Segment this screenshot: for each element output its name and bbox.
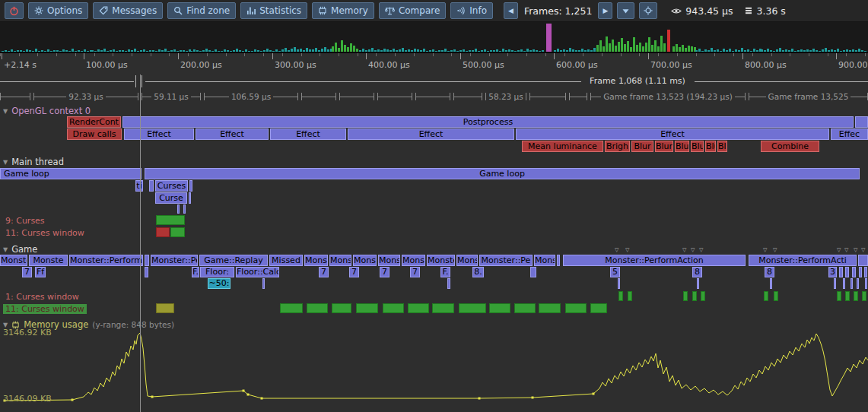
zone-bar[interactable]: Monst bbox=[402, 255, 425, 266]
frame-set-segment[interactable] bbox=[301, 90, 336, 103]
zone-bar[interactable]: 8 bbox=[765, 267, 774, 277]
zone-bar[interactable]: Monster::PerformA bbox=[69, 255, 143, 266]
zone-bar[interactable]: 7 bbox=[319, 267, 329, 277]
timeline-view[interactable]: Frame 1,068 (1.11 ms) ▼ OpenGL context 0… bbox=[0, 0, 868, 412]
zone-bar[interactable]: Blur bbox=[655, 141, 673, 152]
zone-bar[interactable]: Monste bbox=[427, 255, 455, 266]
zone-bar[interactable]: Effect bbox=[270, 128, 346, 140]
info-button[interactable]: Info bbox=[450, 2, 493, 19]
collapsed-marker-icon[interactable]: ▽ bbox=[691, 247, 695, 253]
zone-bar[interactable] bbox=[855, 116, 868, 128]
zoom-to-range-button[interactable] bbox=[639, 2, 657, 19]
zone-bar[interactable]: Blur bbox=[717, 141, 727, 152]
zone-bar[interactable]: 8 bbox=[692, 267, 702, 277]
zone-bar[interactable] bbox=[447, 278, 450, 289]
frame-set-segment[interactable] bbox=[569, 90, 587, 103]
zone-bar[interactable] bbox=[843, 278, 845, 289]
collapsed-marker-icon[interactable]: ▽ bbox=[861, 247, 865, 253]
frame-set-segment[interactable]: 59.11 μs bbox=[141, 90, 201, 103]
zone-bar[interactable]: Monste bbox=[29, 255, 68, 266]
zone-bar[interactable]: Game::Replay bbox=[199, 255, 268, 266]
zone-bar[interactable]: Draw calls bbox=[67, 128, 122, 140]
zone-bar[interactable] bbox=[145, 255, 149, 266]
zone-bar[interactable]: ~50: bbox=[208, 278, 231, 289]
zone-bar[interactable]: Monster::Pe bbox=[479, 255, 533, 266]
zone-bar[interactable] bbox=[145, 267, 148, 277]
zone-bar[interactable] bbox=[864, 267, 867, 277]
zone-bar[interactable]: Postprocess bbox=[122, 116, 854, 128]
zone-bar[interactable]: 7 bbox=[22, 267, 32, 277]
zone-bar[interactable]: Monst bbox=[329, 255, 351, 266]
options-button[interactable]: Options bbox=[28, 2, 88, 19]
zone-bar[interactable] bbox=[177, 204, 180, 214]
collapsed-marker-icon[interactable]: ▽ bbox=[763, 247, 767, 253]
zone-bar[interactable] bbox=[834, 278, 836, 289]
collapsed-marker-icon[interactable]: ▽ bbox=[854, 247, 857, 253]
find-zone-button[interactable]: Find zone bbox=[167, 2, 236, 19]
zone-bar[interactable] bbox=[770, 278, 772, 289]
zone-bar[interactable]: Curse bbox=[155, 192, 187, 204]
zone-bar[interactable]: Effect bbox=[196, 128, 269, 140]
frame-set-segment[interactable] bbox=[377, 90, 412, 103]
collapsed-marker-icon[interactable]: ▽ bbox=[837, 247, 841, 253]
zone-bar[interactable]: Curses bbox=[155, 180, 188, 192]
zone-bar[interactable]: 3 bbox=[828, 267, 837, 277]
frame-marker-label[interactable]: Frame 1,068 (1.11 ms) bbox=[587, 76, 688, 86]
go-to-frame-button[interactable] bbox=[617, 2, 634, 19]
zone-bar[interactable]: F. bbox=[192, 267, 199, 277]
zone-bar[interactable] bbox=[618, 278, 620, 289]
zone-bar[interactable]: Game loop bbox=[0, 168, 141, 179]
collapsed-marker-icon[interactable]: ▽ bbox=[773, 247, 777, 253]
zone-bar[interactable] bbox=[852, 267, 856, 277]
statistics-button[interactable]: Statistics bbox=[240, 2, 307, 19]
zone-bar[interactable]: Blur bbox=[705, 141, 716, 152]
collapsed-marker-icon[interactable]: ▽ bbox=[615, 247, 618, 253]
zone-bar[interactable] bbox=[697, 278, 699, 289]
zone-bar[interactable]: 7 bbox=[349, 267, 359, 277]
zone-bar[interactable] bbox=[851, 278, 853, 289]
zone-bar[interactable]: Missed bbox=[269, 255, 303, 266]
section-header-game[interactable]: ▼ Game bbox=[3, 244, 37, 255]
zone-bar[interactable]: Monste bbox=[0, 255, 27, 266]
section-header-main-thread[interactable]: ▼ Main thread bbox=[3, 157, 64, 167]
zone-bar[interactable]: Monster::PerformAction bbox=[563, 255, 746, 266]
frame-set-segment[interactable] bbox=[529, 90, 566, 103]
zone-bar[interactable] bbox=[189, 192, 191, 204]
zone-bar[interactable] bbox=[858, 255, 868, 266]
zone-bar[interactable]: Blur bbox=[631, 141, 653, 152]
zone-bar[interactable]: Effect bbox=[124, 128, 194, 140]
zone-bar[interactable] bbox=[839, 267, 843, 277]
zone-bar[interactable]: Effect bbox=[516, 128, 829, 140]
zone-bar[interactable]: Monst bbox=[353, 255, 377, 266]
section-header-opengl[interactable]: ▼ OpenGL context 0 bbox=[3, 106, 91, 116]
zone-bar[interactable]: RenderCont bbox=[67, 116, 121, 128]
collapsed-marker-icon[interactable]: ▽ bbox=[844, 247, 848, 253]
zone-bar[interactable] bbox=[859, 267, 862, 277]
zone-bar[interactable]: Brigh bbox=[605, 141, 630, 152]
zone-bar[interactable] bbox=[865, 278, 867, 289]
zone-bar[interactable]: Effect bbox=[348, 128, 514, 140]
frame-set-segment[interactable]: 106.59 μs bbox=[204, 90, 298, 103]
zone-bar[interactable]: F. bbox=[440, 267, 450, 277]
power-button[interactable] bbox=[5, 2, 24, 19]
zone-bar[interactable] bbox=[845, 267, 849, 277]
zone-bar[interactable]: Monster::PerformActi bbox=[749, 255, 857, 266]
zone-bar[interactable]: Mons bbox=[456, 255, 478, 266]
collapsed-marker-icon[interactable]: ▽ bbox=[682, 247, 686, 253]
zone-bar[interactable] bbox=[183, 204, 186, 214]
frame-set-segment[interactable] bbox=[0, 90, 30, 103]
zone-bar[interactable]: Effec bbox=[831, 128, 868, 140]
zone-bar[interactable]: Monst bbox=[304, 255, 328, 266]
next-frame-button[interactable]: ▶ bbox=[598, 2, 612, 19]
memory-button[interactable]: Memory bbox=[312, 2, 374, 19]
zone-bar[interactable]: Mean luminance bbox=[522, 141, 603, 152]
prev-frame-button[interactable]: ◀ bbox=[504, 2, 518, 19]
zone-bar[interactable]: Blur bbox=[675, 141, 689, 152]
zone-bar[interactable]: ti bbox=[135, 180, 143, 192]
frame-set-segment[interactable]: 58.23 μs bbox=[485, 90, 526, 103]
zone-bar[interactable]: Floor: bbox=[200, 267, 234, 277]
zone-bar[interactable]: Monster::Pe bbox=[151, 255, 198, 266]
messages-button[interactable]: Messages bbox=[93, 2, 163, 19]
zone-bar[interactable]: Floor::Calc bbox=[236, 267, 279, 277]
zone-bar[interactable] bbox=[530, 267, 536, 277]
